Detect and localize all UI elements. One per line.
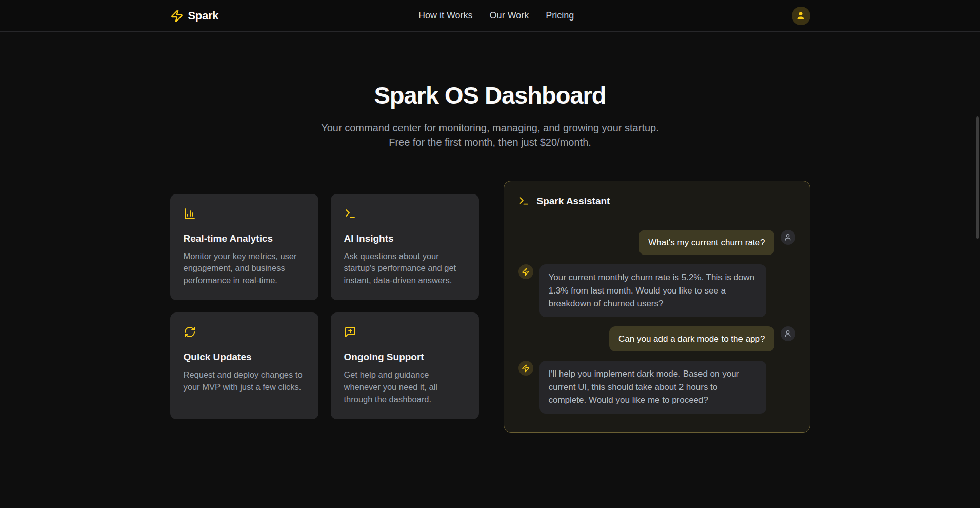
user-message-bubble: Can you add a dark mode to the app? (609, 326, 774, 352)
nav-link-how-it-works[interactable]: How it Works (418, 10, 473, 21)
feature-description: Ask questions about your startup's perfo… (344, 250, 466, 287)
nav-links: How it Works Our Work Pricing (418, 10, 574, 21)
feature-card-ai-insights: AI Insights Ask questions about your sta… (331, 194, 479, 301)
user-message-bubble: What's my current churn rate? (639, 230, 774, 256)
chat-message-assistant: Your current monthly churn rate is 5.2%.… (518, 264, 795, 317)
feature-title: AI Insights (344, 233, 466, 244)
hero-section: Spark OS Dashboard Your command center f… (0, 81, 980, 150)
user-avatar (781, 326, 795, 341)
terminal-icon (518, 196, 529, 206)
divider (518, 216, 795, 216)
feature-title: Ongoing Support (344, 351, 466, 363)
assistant-message-bubble: Your current monthly churn rate is 5.2%.… (539, 264, 766, 317)
feature-grid: Real-time Analytics Monitor your key met… (170, 194, 479, 420)
zap-icon (170, 9, 184, 23)
message-square-plus-icon (344, 326, 466, 338)
bar-chart-icon (184, 207, 305, 220)
refresh-icon (184, 326, 305, 338)
user-avatar-button[interactable] (792, 7, 810, 25)
assistant-title: Spark Assistant (537, 196, 610, 207)
nav-container: Spark How it Works Our Work Pricing (170, 7, 810, 25)
brand-logo[interactable]: Spark (170, 9, 219, 23)
chat-message-assistant: I'll help you implement dark mode. Based… (518, 361, 795, 414)
feature-description: Get help and guidance whenever you need … (344, 369, 466, 406)
brand-name: Spark (188, 9, 219, 23)
feature-description: Request and deploy changes to your MVP w… (184, 369, 305, 394)
user-avatar (781, 230, 795, 245)
feature-card-quick-updates: Quick Updates Request and deploy changes… (170, 312, 318, 419)
assistant-avatar-zap-icon (518, 361, 533, 376)
main-content: Real-time Analytics Monitor your key met… (170, 181, 810, 433)
page-subtitle: Your command center for monitoring, mana… (313, 121, 667, 150)
assistant-avatar-zap-icon (518, 264, 533, 279)
top-nav: Spark How it Works Our Work Pricing (0, 0, 980, 32)
chat-message-user: Can you add a dark mode to the app? (518, 326, 795, 352)
feature-card-ongoing-support: Ongoing Support Get help and guidance wh… (331, 312, 479, 419)
nav-link-pricing[interactable]: Pricing (546, 10, 574, 21)
chat-transcript: What's my current churn rate? Your curre… (518, 230, 795, 414)
feature-title: Real-time Analytics (184, 233, 305, 244)
assistant-message-bubble: I'll help you implement dark mode. Based… (539, 361, 766, 414)
feature-card-realtime-analytics: Real-time Analytics Monitor your key met… (170, 194, 318, 301)
feature-description: Monitor your key metrics, user engagemen… (184, 250, 305, 287)
page-title: Spark OS Dashboard (0, 81, 980, 109)
vertical-scrollbar-thumb[interactable] (976, 116, 979, 239)
nav-link-our-work[interactable]: Our Work (490, 10, 529, 21)
assistant-header: Spark Assistant (518, 196, 795, 207)
chat-message-user: What's my current churn rate? (518, 230, 795, 256)
feature-title: Quick Updates (184, 351, 305, 363)
user-icon (796, 11, 806, 21)
terminal-icon (344, 207, 466, 220)
spark-assistant-panel: Spark Assistant What's my current churn … (504, 181, 810, 433)
